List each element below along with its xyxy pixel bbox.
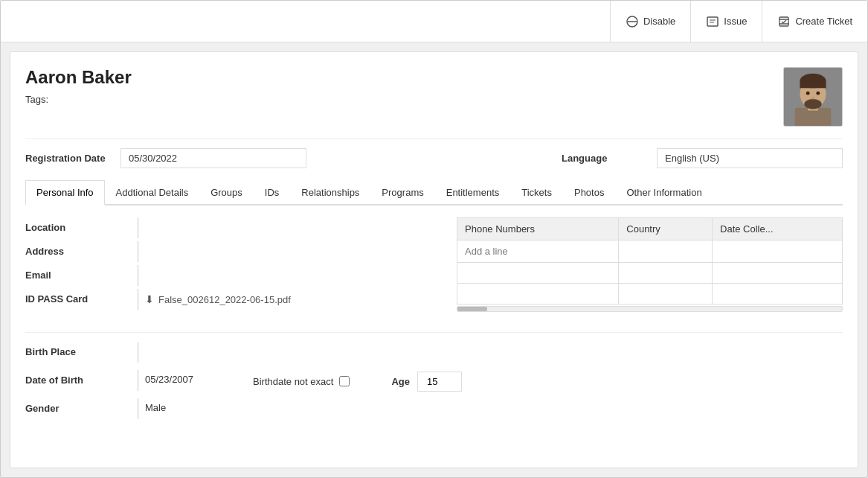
id-pass-label: ID PASS Card: [25, 289, 137, 305]
file-name: False_002612_2022-06-15.pdf: [158, 294, 291, 305]
svg-point-13: [816, 92, 820, 95]
info-row: Registration Date 05/30/2022 Language En…: [25, 138, 843, 168]
tab-programs[interactable]: Programs: [370, 180, 434, 205]
registration-value: 05/30/2022: [120, 148, 306, 168]
disable-button[interactable]: Disable: [610, 1, 690, 42]
address-row: Address: [25, 241, 442, 264]
location-label: Location: [25, 217, 137, 233]
birth-place-label: Birth Place: [25, 342, 137, 357]
id-pass-row: ID PASS Card ⬇ False_002612_2022-06-15.p…: [25, 289, 442, 311]
phone-numbers-col: Phone Numbers: [457, 218, 619, 240]
add-line-row[interactable]: Add a line: [457, 240, 843, 263]
bottom-section: Birth Place Date of Birth 05/23/2007 Bir…: [25, 332, 843, 421]
tab-content-personal-info: Location Address Email ID PASS Card ⬇ Fa…: [25, 205, 843, 325]
address-value: [137, 241, 442, 262]
country-col: Country: [619, 218, 713, 240]
tab-other-information[interactable]: Other Information: [615, 180, 713, 205]
tab-photos[interactable]: Photos: [563, 180, 615, 205]
issue-button[interactable]: Issue: [690, 1, 762, 42]
empty-country: [619, 240, 713, 263]
address-label: Address: [25, 241, 137, 257]
birthdate-not-exact-checkbox[interactable]: [339, 376, 350, 386]
language-value: English (US): [657, 148, 843, 168]
issue-icon: [706, 15, 719, 28]
tab-ids[interactable]: IDs: [254, 180, 291, 205]
left-column: Location Address Email ID PASS Card ⬇ Fa…: [25, 217, 442, 313]
svg-rect-10: [800, 81, 826, 89]
svg-point-11: [804, 99, 821, 109]
tab-tickets[interactable]: Tickets: [510, 180, 563, 205]
horizontal-scrollbar[interactable]: [457, 306, 843, 312]
birth-place-value: [137, 342, 843, 363]
download-icon: ⬇: [145, 293, 154, 305]
birthdate-not-exact-row: Birthdate not exact: [253, 376, 350, 387]
empty-row-1: [457, 263, 843, 284]
empty-row-2: [457, 284, 843, 305]
svg-point-14: [811, 97, 814, 99]
birth-place-row: Birth Place: [25, 342, 843, 364]
email-label: Email: [25, 265, 137, 281]
language-label: Language: [562, 153, 651, 164]
svg-rect-2: [707, 17, 718, 26]
birthdate-not-exact-label: Birthdate not exact: [253, 376, 333, 387]
dob-label: Date of Birth: [25, 370, 137, 386]
location-value: [137, 217, 442, 238]
gender-row: Gender Male: [25, 398, 843, 421]
gender-label: Gender: [25, 398, 137, 414]
dob-value: 05/23/2007: [137, 370, 226, 391]
toolbar: Disable Issue Create Ticket: [1, 1, 867, 42]
svg-point-12: [806, 92, 810, 95]
tab-groups[interactable]: Groups: [199, 180, 254, 205]
ticket-icon: [777, 15, 791, 28]
location-row: Location: [25, 217, 442, 240]
id-pass-value[interactable]: ⬇ False_002612_2022-06-15.pdf: [137, 289, 442, 310]
avatar: [783, 67, 843, 127]
create-ticket-button[interactable]: Create Ticket: [762, 1, 867, 42]
email-value: [137, 265, 442, 286]
age-value: 15: [417, 372, 462, 392]
tab-relationships[interactable]: Relationships: [290, 180, 370, 205]
age-label: Age: [391, 376, 410, 387]
dob-row: Date of Birth 05/23/2007: [25, 370, 226, 392]
registration-label: Registration Date: [25, 153, 115, 164]
phone-table: Phone Numbers Country Date Colle... Add …: [457, 217, 843, 305]
gender-value: Male: [137, 398, 843, 419]
add-line-cell: Add a line: [457, 240, 619, 263]
tab-personal-info[interactable]: Personal Info: [25, 180, 105, 205]
tab-entitlements[interactable]: Entitlements: [435, 180, 511, 205]
tags-label: Tags:: [25, 94, 48, 105]
tabs-bar: Personal Info Addtional Details Groups I…: [25, 180, 843, 205]
disable-icon: [626, 15, 639, 28]
phone-table-header-row: Phone Numbers Country Date Colle...: [457, 218, 843, 240]
tags-row: Tags:: [25, 94, 132, 105]
profile-header: Aaron Baker Tags:: [25, 67, 843, 127]
profile-info: Aaron Baker Tags:: [25, 67, 132, 105]
empty-date: [713, 240, 843, 263]
tab-additional-details[interactable]: Addtional Details: [105, 180, 200, 205]
language-field: Language English (US): [562, 148, 843, 168]
right-column: Phone Numbers Country Date Colle... Add …: [457, 217, 843, 313]
date-col: Date Colle...: [713, 218, 843, 240]
profile-name: Aaron Baker: [25, 67, 132, 88]
age-col: Age 15: [391, 372, 462, 392]
email-row: Email: [25, 265, 442, 287]
main-content: Aaron Baker Tags:: [10, 51, 858, 468]
scrollbar-thumb: [457, 307, 487, 311]
registration-field: Registration Date 05/30/2022: [25, 148, 306, 168]
